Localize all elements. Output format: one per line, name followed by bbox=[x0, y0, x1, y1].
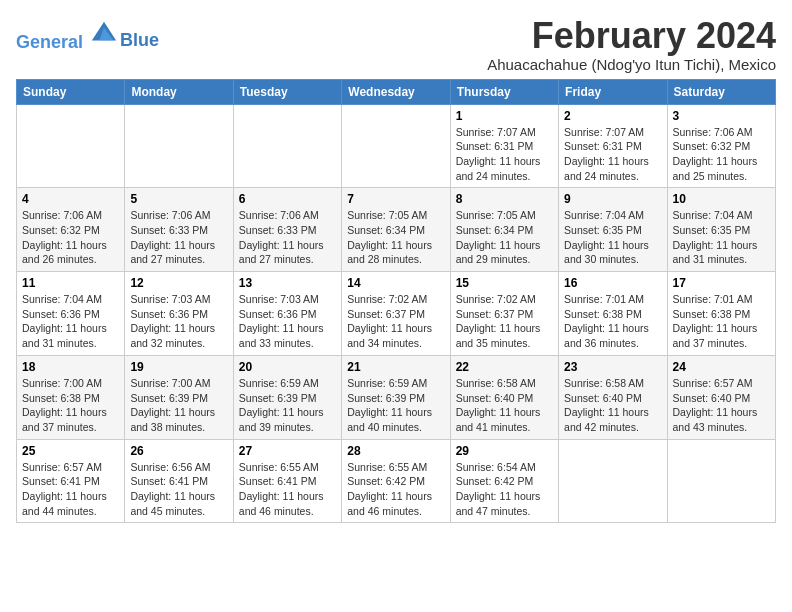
calendar-table: SundayMondayTuesdayWednesdayThursdayFrid… bbox=[16, 79, 776, 524]
calendar-cell: 14Sunrise: 7:02 AM Sunset: 6:37 PM Dayli… bbox=[342, 272, 450, 356]
day-number: 10 bbox=[673, 192, 770, 206]
day-number: 12 bbox=[130, 276, 227, 290]
day-info: Sunrise: 7:05 AM Sunset: 6:34 PM Dayligh… bbox=[456, 208, 553, 267]
calendar-cell bbox=[667, 439, 775, 523]
header-row: SundayMondayTuesdayWednesdayThursdayFrid… bbox=[17, 79, 776, 104]
day-number: 15 bbox=[456, 276, 553, 290]
day-info: Sunrise: 7:02 AM Sunset: 6:37 PM Dayligh… bbox=[347, 292, 444, 351]
calendar-cell: 29Sunrise: 6:54 AM Sunset: 6:42 PM Dayli… bbox=[450, 439, 558, 523]
calendar-cell: 22Sunrise: 6:58 AM Sunset: 6:40 PM Dayli… bbox=[450, 355, 558, 439]
day-info: Sunrise: 7:03 AM Sunset: 6:36 PM Dayligh… bbox=[239, 292, 336, 351]
day-info: Sunrise: 7:06 AM Sunset: 6:33 PM Dayligh… bbox=[239, 208, 336, 267]
day-info: Sunrise: 6:54 AM Sunset: 6:42 PM Dayligh… bbox=[456, 460, 553, 519]
header-day: Tuesday bbox=[233, 79, 341, 104]
day-info: Sunrise: 7:02 AM Sunset: 6:37 PM Dayligh… bbox=[456, 292, 553, 351]
day-info: Sunrise: 7:04 AM Sunset: 6:35 PM Dayligh… bbox=[673, 208, 770, 267]
day-number: 2 bbox=[564, 109, 661, 123]
calendar-cell: 28Sunrise: 6:55 AM Sunset: 6:42 PM Dayli… bbox=[342, 439, 450, 523]
header-day: Sunday bbox=[17, 79, 125, 104]
location-title: Ahuacachahue (Ndog'yo Itun Tichi), Mexic… bbox=[487, 56, 776, 73]
day-info: Sunrise: 7:04 AM Sunset: 6:36 PM Dayligh… bbox=[22, 292, 119, 351]
day-info: Sunrise: 6:57 AM Sunset: 6:40 PM Dayligh… bbox=[673, 376, 770, 435]
calendar-cell: 25Sunrise: 6:57 AM Sunset: 6:41 PM Dayli… bbox=[17, 439, 125, 523]
day-number: 25 bbox=[22, 444, 119, 458]
calendar-cell: 26Sunrise: 6:56 AM Sunset: 6:41 PM Dayli… bbox=[125, 439, 233, 523]
day-number: 24 bbox=[673, 360, 770, 374]
day-info: Sunrise: 7:07 AM Sunset: 6:31 PM Dayligh… bbox=[564, 125, 661, 184]
day-number: 22 bbox=[456, 360, 553, 374]
day-info: Sunrise: 7:05 AM Sunset: 6:34 PM Dayligh… bbox=[347, 208, 444, 267]
day-number: 16 bbox=[564, 276, 661, 290]
header: General Blue February 2024 Ahuacachahue … bbox=[16, 16, 776, 73]
day-info: Sunrise: 7:03 AM Sunset: 6:36 PM Dayligh… bbox=[130, 292, 227, 351]
logo: General Blue bbox=[16, 20, 159, 53]
calendar-cell: 23Sunrise: 6:58 AM Sunset: 6:40 PM Dayli… bbox=[559, 355, 667, 439]
day-number: 11 bbox=[22, 276, 119, 290]
day-number: 9 bbox=[564, 192, 661, 206]
day-info: Sunrise: 6:56 AM Sunset: 6:41 PM Dayligh… bbox=[130, 460, 227, 519]
day-info: Sunrise: 6:55 AM Sunset: 6:42 PM Dayligh… bbox=[347, 460, 444, 519]
calendar-cell bbox=[17, 104, 125, 188]
day-info: Sunrise: 6:59 AM Sunset: 6:39 PM Dayligh… bbox=[239, 376, 336, 435]
header-day: Monday bbox=[125, 79, 233, 104]
day-number: 13 bbox=[239, 276, 336, 290]
day-number: 21 bbox=[347, 360, 444, 374]
day-info: Sunrise: 7:07 AM Sunset: 6:31 PM Dayligh… bbox=[456, 125, 553, 184]
calendar-cell: 9Sunrise: 7:04 AM Sunset: 6:35 PM Daylig… bbox=[559, 188, 667, 272]
calendar-cell: 7Sunrise: 7:05 AM Sunset: 6:34 PM Daylig… bbox=[342, 188, 450, 272]
calendar-cell: 27Sunrise: 6:55 AM Sunset: 6:41 PM Dayli… bbox=[233, 439, 341, 523]
calendar-cell: 8Sunrise: 7:05 AM Sunset: 6:34 PM Daylig… bbox=[450, 188, 558, 272]
day-info: Sunrise: 7:06 AM Sunset: 6:32 PM Dayligh… bbox=[673, 125, 770, 184]
day-number: 3 bbox=[673, 109, 770, 123]
calendar-week-row: 1Sunrise: 7:07 AM Sunset: 6:31 PM Daylig… bbox=[17, 104, 776, 188]
day-info: Sunrise: 6:55 AM Sunset: 6:41 PM Dayligh… bbox=[239, 460, 336, 519]
day-number: 8 bbox=[456, 192, 553, 206]
calendar-cell: 11Sunrise: 7:04 AM Sunset: 6:36 PM Dayli… bbox=[17, 272, 125, 356]
calendar-week-row: 18Sunrise: 7:00 AM Sunset: 6:38 PM Dayli… bbox=[17, 355, 776, 439]
day-number: 26 bbox=[130, 444, 227, 458]
calendar-week-row: 4Sunrise: 7:06 AM Sunset: 6:32 PM Daylig… bbox=[17, 188, 776, 272]
calendar-cell: 10Sunrise: 7:04 AM Sunset: 6:35 PM Dayli… bbox=[667, 188, 775, 272]
day-number: 28 bbox=[347, 444, 444, 458]
calendar-week-row: 11Sunrise: 7:04 AM Sunset: 6:36 PM Dayli… bbox=[17, 272, 776, 356]
day-number: 4 bbox=[22, 192, 119, 206]
day-number: 6 bbox=[239, 192, 336, 206]
header-day: Saturday bbox=[667, 79, 775, 104]
day-info: Sunrise: 6:58 AM Sunset: 6:40 PM Dayligh… bbox=[456, 376, 553, 435]
day-info: Sunrise: 7:04 AM Sunset: 6:35 PM Dayligh… bbox=[564, 208, 661, 267]
day-info: Sunrise: 7:06 AM Sunset: 6:33 PM Dayligh… bbox=[130, 208, 227, 267]
calendar-cell: 13Sunrise: 7:03 AM Sunset: 6:36 PM Dayli… bbox=[233, 272, 341, 356]
title-area: February 2024 Ahuacachahue (Ndog'yo Itun… bbox=[487, 16, 776, 73]
calendar-cell: 4Sunrise: 7:06 AM Sunset: 6:32 PM Daylig… bbox=[17, 188, 125, 272]
calendar-cell: 16Sunrise: 7:01 AM Sunset: 6:38 PM Dayli… bbox=[559, 272, 667, 356]
calendar-cell: 20Sunrise: 6:59 AM Sunset: 6:39 PM Dayli… bbox=[233, 355, 341, 439]
day-number: 7 bbox=[347, 192, 444, 206]
header-day: Friday bbox=[559, 79, 667, 104]
day-info: Sunrise: 7:00 AM Sunset: 6:39 PM Dayligh… bbox=[130, 376, 227, 435]
header-day: Thursday bbox=[450, 79, 558, 104]
day-number: 19 bbox=[130, 360, 227, 374]
day-number: 5 bbox=[130, 192, 227, 206]
day-info: Sunrise: 7:01 AM Sunset: 6:38 PM Dayligh… bbox=[564, 292, 661, 351]
calendar-cell bbox=[233, 104, 341, 188]
calendar-cell: 6Sunrise: 7:06 AM Sunset: 6:33 PM Daylig… bbox=[233, 188, 341, 272]
calendar-cell bbox=[559, 439, 667, 523]
day-info: Sunrise: 6:57 AM Sunset: 6:41 PM Dayligh… bbox=[22, 460, 119, 519]
calendar-cell: 12Sunrise: 7:03 AM Sunset: 6:36 PM Dayli… bbox=[125, 272, 233, 356]
day-number: 20 bbox=[239, 360, 336, 374]
calendar-week-row: 25Sunrise: 6:57 AM Sunset: 6:41 PM Dayli… bbox=[17, 439, 776, 523]
logo-icon bbox=[90, 20, 118, 48]
logo-text: General bbox=[16, 20, 118, 53]
month-title: February 2024 bbox=[487, 16, 776, 56]
day-info: Sunrise: 7:01 AM Sunset: 6:38 PM Dayligh… bbox=[673, 292, 770, 351]
calendar-cell: 1Sunrise: 7:07 AM Sunset: 6:31 PM Daylig… bbox=[450, 104, 558, 188]
calendar-cell: 19Sunrise: 7:00 AM Sunset: 6:39 PM Dayli… bbox=[125, 355, 233, 439]
day-number: 27 bbox=[239, 444, 336, 458]
calendar-cell bbox=[342, 104, 450, 188]
day-info: Sunrise: 7:06 AM Sunset: 6:32 PM Dayligh… bbox=[22, 208, 119, 267]
day-info: Sunrise: 6:59 AM Sunset: 6:39 PM Dayligh… bbox=[347, 376, 444, 435]
calendar-cell bbox=[125, 104, 233, 188]
day-number: 29 bbox=[456, 444, 553, 458]
day-info: Sunrise: 7:00 AM Sunset: 6:38 PM Dayligh… bbox=[22, 376, 119, 435]
calendar-cell: 18Sunrise: 7:00 AM Sunset: 6:38 PM Dayli… bbox=[17, 355, 125, 439]
